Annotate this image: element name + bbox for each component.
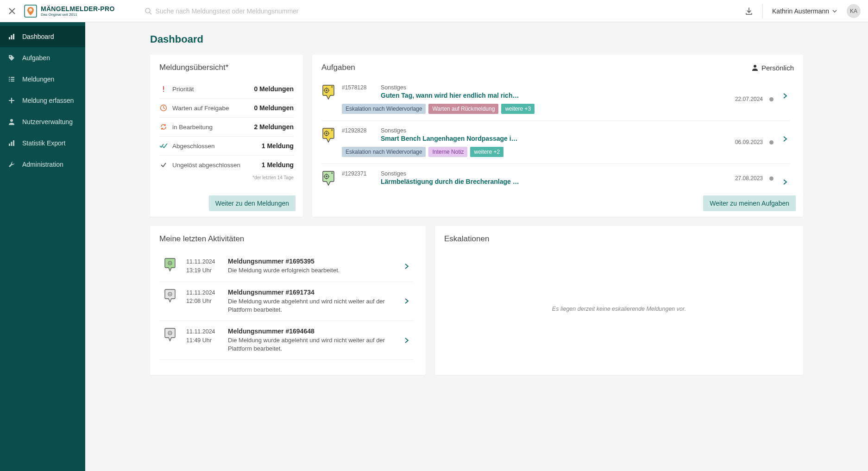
stat-row[interactable]: Abgeschlossen1 Meldung bbox=[159, 137, 294, 156]
svg-point-26 bbox=[326, 132, 327, 134]
sidebar-item-meldungen[interactable]: Meldungen bbox=[0, 69, 85, 90]
close-icon[interactable] bbox=[7, 6, 17, 16]
svg-text:*: * bbox=[331, 128, 333, 133]
activity-pin-icon bbox=[164, 289, 177, 303]
sidebar-item-statistik-export[interactable]: Statistik Export bbox=[0, 132, 85, 154]
stat-label: Ungelöst abgeschlossen bbox=[172, 162, 257, 169]
activities-title: Meine letzten Aktivitäten bbox=[159, 234, 416, 244]
sidebar-item-label: Meldung erfassen bbox=[22, 97, 74, 104]
activity-time: 13:19 Uhr bbox=[186, 266, 219, 275]
page-title: Dashboard bbox=[150, 33, 803, 45]
task-title: Guten Tag, wann wird hier endlich mal ri… bbox=[381, 92, 729, 99]
divider bbox=[762, 4, 763, 18]
task-status-dot bbox=[769, 140, 774, 144]
sidebar-item-label: Dashboard bbox=[22, 33, 54, 40]
task-tag: Warten auf Rückmeldung bbox=[428, 104, 498, 114]
stat-value: 1 Meldung bbox=[262, 161, 294, 169]
avatar[interactable]: KA bbox=[847, 4, 861, 18]
activity-pin-icon bbox=[164, 327, 177, 342]
svg-point-29 bbox=[326, 176, 327, 177]
chevron-right-icon[interactable] bbox=[400, 298, 414, 304]
task-item[interactable]: *#1292828SonstigesSmart Bench Langenhage… bbox=[321, 121, 790, 164]
task-date: 27.08.2023 bbox=[735, 175, 763, 182]
activity-pin-icon bbox=[164, 366, 177, 367]
tasks-filter[interactable]: Persönlich bbox=[751, 64, 794, 72]
user-menu[interactable]: Kathrin Austermann bbox=[772, 7, 837, 15]
search-input[interactable] bbox=[156, 7, 469, 15]
sidebar-item-label: Administration bbox=[22, 161, 63, 168]
sidebar-item-dashboard[interactable]: Dashboard bbox=[0, 26, 85, 47]
task-id: #1292371 bbox=[342, 170, 374, 177]
activity-date: 11.11.2024 bbox=[186, 289, 219, 297]
chevron-right-icon[interactable] bbox=[400, 337, 414, 344]
overview-card: Meldungsübersicht* Priorität0 MeldungenW… bbox=[150, 55, 303, 217]
svg-rect-15 bbox=[9, 144, 10, 146]
sidebar-item-meldung-erfassen[interactable]: Meldung erfassen bbox=[0, 90, 85, 111]
activity-item[interactable]: 11.11.202411:49 UhrMeldungsnummer #16946… bbox=[159, 321, 414, 360]
task-item[interactable]: *#1292371SonstigesLärmbelästigung durch … bbox=[321, 164, 790, 189]
sidebar-item-administration[interactable]: Administration bbox=[0, 154, 85, 175]
svg-rect-17 bbox=[13, 140, 14, 146]
svg-rect-13 bbox=[11, 81, 14, 82]
logo-icon: + bbox=[24, 5, 37, 18]
plus-icon bbox=[7, 96, 16, 105]
activity-time: 12:08 Uhr bbox=[186, 297, 219, 306]
task-category: Sonstiges bbox=[381, 127, 729, 134]
sidebar-item-aufgaben[interactable]: Aufgaben bbox=[0, 47, 85, 69]
task-tag: Eskalation nach Wiedervorlage bbox=[342, 147, 426, 157]
activity-text: Die Meldung wurde abgelehnt und wird nic… bbox=[228, 297, 390, 314]
stat-label: Warten auf Freigabe bbox=[172, 105, 249, 112]
task-id: #1578128 bbox=[342, 84, 374, 91]
double-check-icon bbox=[159, 143, 168, 149]
activity-date: 11.11.2024 bbox=[186, 327, 219, 336]
tasks-card: Aufgaben Persönlich *#1578128SonstigesGu… bbox=[312, 55, 803, 217]
task-tag: weitere +2 bbox=[470, 147, 503, 157]
svg-text:+: + bbox=[30, 9, 31, 12]
sidebar-item-nutzerverwaltung[interactable]: Nutzerverwaltung bbox=[0, 111, 85, 132]
logo[interactable]: + MÄNGELMELDER-PRO Das Original seit 201… bbox=[24, 5, 115, 18]
chevron-right-icon[interactable] bbox=[780, 136, 790, 157]
stat-row[interactable]: Ungelöst abgeschlossen1 Meldung bbox=[159, 156, 294, 174]
search-wrap bbox=[145, 7, 469, 15]
sidebar-item-label: Nutzerverwaltung bbox=[22, 118, 73, 126]
stat-row[interactable]: Priorität0 Meldungen bbox=[159, 80, 294, 99]
escalations-empty: Es liegen derzeit keine eskalierende Mel… bbox=[444, 251, 794, 367]
svg-rect-16 bbox=[11, 142, 13, 146]
activity-item[interactable]: 11.11.2024Meldungsnummer #1693426 bbox=[159, 360, 414, 367]
escalations-card: Eskalationen Es liegen derzeit keine esk… bbox=[435, 226, 803, 375]
svg-point-23 bbox=[326, 89, 327, 91]
stat-row[interactable]: Warten auf Freigabe0 Meldungen bbox=[159, 99, 294, 118]
overview-note: *der letzten 14 Tage bbox=[159, 175, 294, 180]
stat-label: Priorität bbox=[172, 86, 249, 93]
person-icon bbox=[751, 64, 759, 71]
stat-label: Abgeschlossen bbox=[172, 143, 257, 150]
task-item[interactable]: *#1578128SonstigesGuten Tag, wann wird h… bbox=[321, 78, 790, 121]
sidebar-item-label: Meldungen bbox=[22, 75, 54, 83]
priority-icon bbox=[159, 86, 168, 92]
activities-card: Meine letzten Aktivitäten 11.11.202413:1… bbox=[150, 226, 426, 375]
download-icon[interactable] bbox=[745, 7, 753, 15]
svg-text:*: * bbox=[331, 85, 333, 90]
sidebar-item-label: Aufgaben bbox=[22, 54, 50, 62]
svg-rect-6 bbox=[13, 34, 14, 39]
task-status-dot bbox=[769, 97, 774, 101]
chevron-right-icon[interactable] bbox=[400, 263, 414, 270]
activity-date: 11.11.2024 bbox=[186, 366, 219, 367]
chevron-right-icon[interactable] bbox=[780, 179, 790, 186]
chevron-down-icon bbox=[832, 8, 837, 14]
sidebar-item-label: Statistik Export bbox=[22, 139, 65, 147]
escalations-title: Eskalationen bbox=[444, 234, 794, 244]
overview-title: Meldungsübersicht* bbox=[159, 63, 294, 72]
overview-button[interactable]: Weiter zu den Meldungen bbox=[209, 195, 296, 211]
activity-item[interactable]: 11.11.202412:08 UhrMeldungsnummer #16917… bbox=[159, 282, 414, 321]
activity-title: Meldungsnummer #1695395 bbox=[228, 257, 390, 265]
activity-item[interactable]: 11.11.202413:19 UhrMeldungsnummer #16953… bbox=[159, 251, 414, 282]
chevron-right-icon[interactable] bbox=[780, 93, 790, 114]
bar-chart-icon bbox=[7, 32, 16, 41]
svg-text:*: * bbox=[331, 171, 333, 176]
task-date: 06.09.2023 bbox=[735, 139, 763, 145]
svg-rect-12 bbox=[9, 81, 10, 82]
task-category: Sonstiges bbox=[381, 84, 729, 91]
tasks-button[interactable]: Weiter zu meinen Aufgaben bbox=[703, 195, 796, 211]
stat-row[interactable]: in Bearbeitung2 Meldungen bbox=[159, 118, 294, 137]
